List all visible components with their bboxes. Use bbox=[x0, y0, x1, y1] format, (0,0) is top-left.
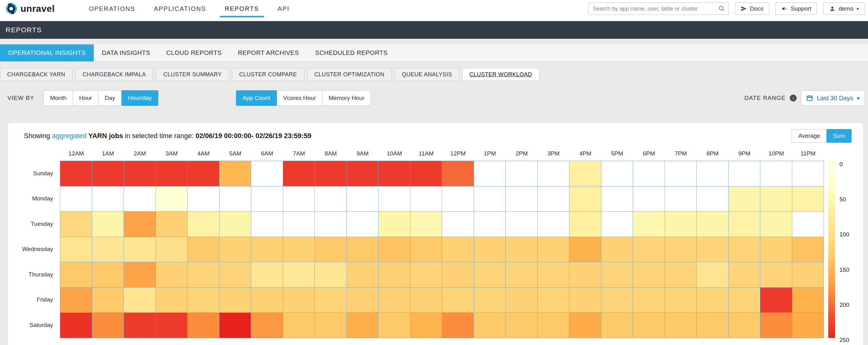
heatmap-cell[interactable] bbox=[474, 287, 506, 313]
heatmap-cell[interactable] bbox=[601, 186, 633, 212]
heatmap-cell[interactable] bbox=[251, 186, 283, 212]
heatmap-cell[interactable] bbox=[92, 287, 124, 313]
heatmap-cell[interactable] bbox=[601, 237, 633, 263]
heatmap-cell[interactable] bbox=[187, 262, 219, 287]
heatmap-cell[interactable] bbox=[251, 313, 283, 338]
heatmap-cell[interactable] bbox=[442, 313, 474, 338]
date-range-select[interactable]: Last 30 Days bbox=[801, 90, 865, 106]
heatmap-cell[interactable] bbox=[506, 262, 538, 287]
subtab-queue-analysis[interactable]: QUEUE ANALYSIS bbox=[395, 68, 459, 81]
heatmap-cell[interactable] bbox=[728, 313, 761, 338]
heatmap-cell[interactable] bbox=[187, 313, 219, 338]
heatmap-cell[interactable] bbox=[347, 186, 379, 212]
heatmap-cell[interactable] bbox=[347, 262, 379, 287]
heatmap-cell[interactable] bbox=[124, 212, 156, 237]
heatmap-cell[interactable] bbox=[792, 186, 824, 212]
tab-cloud-reports[interactable]: CLOUD REPORTS bbox=[158, 44, 230, 62]
sum-button[interactable]: Sum bbox=[827, 129, 851, 143]
heatmap-cell[interactable] bbox=[633, 262, 665, 287]
heatmap-cell[interactable] bbox=[474, 212, 506, 237]
heatmap-cell[interactable] bbox=[601, 212, 633, 237]
heatmap-cell[interactable] bbox=[378, 313, 410, 338]
heatmap-cell[interactable] bbox=[315, 161, 347, 186]
heatmap-cell[interactable] bbox=[792, 287, 824, 313]
heatmap-cell[interactable] bbox=[665, 212, 697, 237]
heatmap-cell[interactable] bbox=[283, 262, 315, 287]
heatmap-cell[interactable] bbox=[219, 161, 251, 186]
heatmap-cell[interactable] bbox=[696, 186, 728, 212]
tab-report-archives[interactable]: REPORT ARCHIVES bbox=[230, 44, 307, 62]
heatmap-cell[interactable] bbox=[633, 237, 665, 263]
tab-scheduled-reports[interactable]: SCHEDULED REPORTS bbox=[307, 44, 396, 62]
docs-button[interactable]: Docs bbox=[735, 2, 769, 15]
heatmap-cell[interactable] bbox=[347, 161, 379, 186]
heatmap-cell[interactable] bbox=[506, 287, 538, 313]
tab-operational-insights[interactable]: OPERATIONAL INSIGHTS bbox=[0, 44, 94, 62]
heatmap-cell[interactable] bbox=[569, 161, 601, 186]
heatmap-cell[interactable] bbox=[124, 186, 156, 212]
heatmap-cell[interactable] bbox=[442, 186, 474, 212]
heatmap-cell[interactable] bbox=[633, 212, 665, 237]
heatmap-cell[interactable] bbox=[538, 186, 570, 212]
heatmap-cell[interactable] bbox=[442, 262, 474, 287]
heatmap-cell[interactable] bbox=[283, 237, 315, 263]
heatmap-cell[interactable] bbox=[60, 212, 92, 237]
aggregated-link[interactable]: aggregated bbox=[52, 132, 87, 140]
heatmap-cell[interactable] bbox=[442, 212, 474, 237]
heatmap-cell[interactable] bbox=[728, 161, 761, 186]
heatmap-cell[interactable] bbox=[219, 237, 251, 263]
heatmap-cell[interactable] bbox=[124, 161, 156, 186]
heatmap-cell[interactable] bbox=[506, 313, 538, 338]
tab-data-insights[interactable]: DATA INSIGHTS bbox=[94, 44, 158, 62]
subtab-cluster-optimization[interactable]: CLUSTER OPTIMIZATION bbox=[307, 68, 392, 81]
heatmap-cell[interactable] bbox=[60, 237, 92, 263]
heatmap-cell[interactable] bbox=[506, 237, 538, 263]
heatmap-cell[interactable] bbox=[506, 212, 538, 237]
heatmap-cell[interactable] bbox=[728, 186, 761, 212]
heatmap-cell[interactable] bbox=[187, 161, 219, 186]
heatmap-cell[interactable] bbox=[124, 262, 156, 287]
heatmap-cell[interactable] bbox=[156, 237, 188, 263]
heatmap-cell[interactable] bbox=[696, 212, 728, 237]
heatmap-cell[interactable] bbox=[92, 237, 124, 263]
heatmap-cell[interactable] bbox=[92, 262, 124, 287]
heatmap-cell[interactable] bbox=[760, 313, 792, 338]
heatmap-cell[interactable] bbox=[665, 287, 697, 313]
heatmap-cell[interactable] bbox=[601, 313, 633, 338]
heatmap-cell[interactable] bbox=[378, 212, 410, 237]
heatmap-cell[interactable] bbox=[760, 287, 792, 313]
heatmap-cell[interactable] bbox=[760, 161, 792, 186]
heatmap-cell[interactable] bbox=[378, 262, 410, 287]
heatmap-cell[interactable] bbox=[219, 186, 251, 212]
heatmap-cell[interactable] bbox=[665, 186, 697, 212]
nav-operations[interactable]: OPERATIONS bbox=[80, 0, 145, 18]
heatmap-cell[interactable] bbox=[696, 287, 728, 313]
search-input[interactable] bbox=[588, 2, 728, 15]
heatmap-cell[interactable] bbox=[315, 212, 347, 237]
heatmap-cell[interactable] bbox=[665, 237, 697, 263]
granularity-month-button[interactable]: Month bbox=[43, 90, 73, 106]
heatmap-cell[interactable] bbox=[665, 161, 697, 186]
heatmap-cell[interactable] bbox=[728, 287, 761, 313]
user-menu-button[interactable]: demo bbox=[823, 2, 865, 15]
granularity-day-button[interactable]: Day bbox=[98, 90, 122, 106]
heatmap-cell[interactable] bbox=[92, 161, 124, 186]
heatmap-cell[interactable] bbox=[124, 237, 156, 263]
heatmap-cell[interactable] bbox=[538, 161, 570, 186]
heatmap-cell[interactable] bbox=[283, 287, 315, 313]
heatmap-cell[interactable] bbox=[410, 287, 442, 313]
heatmap-cell[interactable] bbox=[283, 161, 315, 186]
heatmap-cell[interactable] bbox=[60, 186, 92, 212]
info-icon[interactable] bbox=[790, 95, 797, 101]
heatmap-cell[interactable] bbox=[728, 237, 761, 263]
heatmap-cell[interactable] bbox=[156, 262, 188, 287]
heatmap-cell[interactable] bbox=[187, 237, 219, 263]
heatmap-cell[interactable] bbox=[92, 186, 124, 212]
heatmap-cell[interactable] bbox=[315, 237, 347, 263]
heatmap-cell[interactable] bbox=[760, 212, 792, 237]
heatmap-cell[interactable] bbox=[60, 262, 92, 287]
heatmap-cell[interactable] bbox=[347, 287, 379, 313]
subtab-cluster-workload[interactable]: CLUSTER WORKLOAD bbox=[462, 68, 539, 81]
heatmap-cell[interactable] bbox=[347, 212, 379, 237]
granularity-hour-button[interactable]: Hour bbox=[73, 90, 98, 106]
